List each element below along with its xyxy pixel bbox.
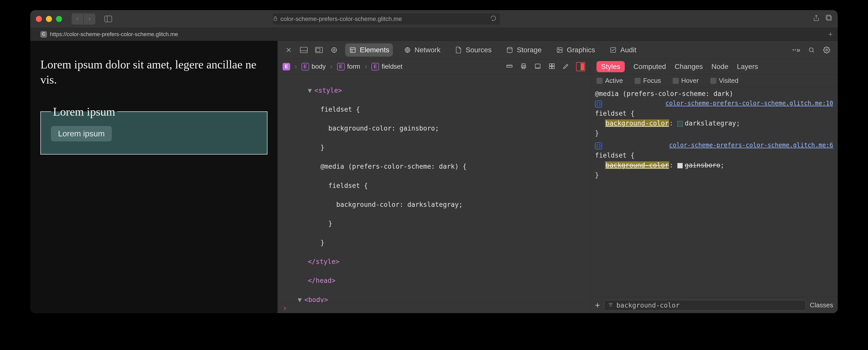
dom-style-open: <style>	[314, 87, 342, 94]
dom-close1: }	[320, 144, 324, 151]
tab-elements[interactable]: Elements	[345, 43, 393, 57]
rule1-source[interactable]: color-scheme-prefers-color-scheme.glitch…	[665, 99, 833, 108]
styles-sidebar-toggle-icon[interactable]	[576, 62, 585, 71]
url-field[interactable]: color-scheme-prefers-color-scheme.glitch…	[273, 13, 500, 25]
tab-network[interactable]: Network	[400, 43, 444, 57]
forward-button[interactable]	[84, 13, 95, 25]
dom-fieldset-sel: fieldset {	[320, 106, 360, 113]
dom-bg-gainsboro: background-color: gainsboro;	[320, 124, 439, 132]
reload-icon[interactable]	[490, 15, 496, 23]
tab-audit[interactable]: Audit	[606, 43, 640, 57]
new-rule-button[interactable]: +	[595, 300, 600, 310]
page-paragraph: Lorem ipsum dolor sit amet, legere ancil…	[40, 57, 268, 87]
rule2-value[interactable]: gainsboro	[685, 162, 720, 169]
storage-icon	[506, 46, 514, 54]
nav-arrows	[72, 13, 95, 25]
audit-icon	[609, 46, 617, 54]
zoom-window-button[interactable]	[56, 16, 62, 22]
close-devtools-icon[interactable]	[285, 46, 293, 54]
breadcrumb-body[interactable]: Ebody	[302, 63, 326, 70]
rule-source-icon[interactable]: {}	[595, 100, 602, 108]
new-tab-button[interactable]: +	[828, 30, 833, 39]
styles-tab-computed[interactable]: Computed	[633, 63, 666, 71]
pseudo-visited[interactable]: Visited	[710, 77, 739, 85]
console-prompt-icon: ›	[283, 303, 287, 312]
pseudo-hover[interactable]: Hover	[673, 77, 699, 85]
sources-icon	[455, 46, 463, 54]
rule1-swatch[interactable]	[677, 121, 683, 126]
titlebar: color-scheme-prefers-color-scheme.glitch…	[30, 10, 838, 28]
svg-rect-39	[552, 66, 554, 69]
dom-style-close: </style>	[308, 258, 339, 265]
styles-tab-node[interactable]: Node	[712, 63, 728, 71]
tab-sources-label: Sources	[466, 46, 492, 54]
layout-grid-icon[interactable]	[548, 62, 556, 70]
dom-fieldset-sel2: fieldset {	[320, 182, 368, 189]
svg-rect-38	[549, 66, 552, 69]
rule1-prop[interactable]: background-color	[605, 119, 669, 127]
dom-close2: }	[320, 220, 332, 227]
print-styles-icon[interactable]	[520, 62, 528, 70]
pseudo-class-row: Active Focus Hover Visited	[590, 74, 838, 87]
share-icon[interactable]	[813, 14, 819, 23]
tab-storage[interactable]: Storage	[502, 43, 545, 57]
network-icon	[403, 46, 411, 54]
sidebar-toggle-button[interactable]	[102, 13, 114, 25]
breadcrumb-form[interactable]: Eform	[337, 63, 360, 70]
paint-icon[interactable]	[562, 62, 570, 70]
devtools-tabbar: Elements Network Sources Storage Graphic…	[278, 41, 838, 59]
tab-network-label: Network	[414, 46, 440, 54]
styles-panel: Styles Computed Changes Node Layers Acti…	[590, 59, 838, 313]
svg-rect-36	[549, 64, 552, 66]
pseudo-focus[interactable]: Focus	[634, 77, 661, 85]
minimize-window-button[interactable]	[46, 16, 52, 22]
gear-icon[interactable]	[823, 46, 831, 54]
rule2-source[interactable]: color-scheme-prefers-color-scheme.glitch…	[669, 141, 833, 150]
rule2-prop[interactable]: background-color	[605, 162, 669, 169]
svg-rect-11	[316, 48, 320, 52]
tab-favicon: C	[40, 31, 47, 38]
rule-source-icon[interactable]: {}	[595, 142, 602, 149]
search-icon[interactable]	[807, 46, 815, 54]
device-icon[interactable]	[534, 62, 542, 70]
dock-bottom-icon[interactable]	[300, 46, 308, 54]
breadcrumb-fieldset[interactable]: Efieldset	[371, 63, 402, 70]
back-button[interactable]	[72, 13, 83, 25]
dock-side-icon[interactable]	[315, 46, 323, 54]
svg-point-19	[507, 47, 512, 49]
rule1-selector: fieldset	[595, 110, 626, 117]
devtools-right-icons: »	[792, 46, 831, 54]
tab-graphics[interactable]: Graphics	[552, 43, 598, 57]
overflow-icon[interactable]: »	[792, 46, 800, 54]
svg-rect-34	[535, 64, 540, 68]
console-drawer[interactable]: ›	[278, 302, 590, 313]
rule1-value[interactable]: darkslategray	[685, 119, 736, 127]
rule1-media: @media (prefers-color-scheme: dark)	[595, 89, 833, 99]
ruler-icon[interactable]	[505, 62, 514, 70]
svg-point-23	[809, 48, 813, 52]
lock-icon	[273, 16, 278, 23]
filter-icon	[608, 301, 613, 309]
svg-rect-0	[105, 16, 112, 22]
tab-title[interactable]: https://color-scheme-prefers-color-schem…	[50, 31, 178, 38]
styles-filter-input[interactable]: background-color	[604, 300, 806, 311]
page-button[interactable]: Lorem ipsum	[51, 126, 112, 141]
tab-sources[interactable]: Sources	[451, 43, 495, 57]
rule2-swatch[interactable]	[677, 163, 683, 169]
styles-tab-changes[interactable]: Changes	[675, 63, 703, 71]
tabs-overview-icon[interactable]	[826, 14, 832, 23]
style-rules[interactable]: @media (prefers-color-scheme: dark) {}co…	[590, 87, 838, 297]
dom-tree[interactable]: ▼<style> fieldset { background-color: ga…	[278, 74, 590, 302]
svg-point-21	[558, 49, 559, 50]
styles-tab-styles[interactable]: Styles	[596, 61, 625, 72]
classes-button[interactable]: Classes	[810, 301, 833, 309]
styles-tabbar: Styles Computed Changes Node Layers	[590, 59, 838, 74]
inspect-element-icon[interactable]	[330, 46, 338, 54]
tab-audit-label: Audit	[620, 46, 637, 54]
tab-storage-label: Storage	[517, 46, 541, 54]
breadcrumb-root[interactable]: E	[283, 63, 290, 70]
close-window-button[interactable]	[36, 16, 42, 22]
dom-close3: }	[320, 239, 324, 246]
pseudo-active[interactable]: Active	[596, 77, 623, 85]
styles-tab-layers[interactable]: Layers	[737, 63, 758, 71]
